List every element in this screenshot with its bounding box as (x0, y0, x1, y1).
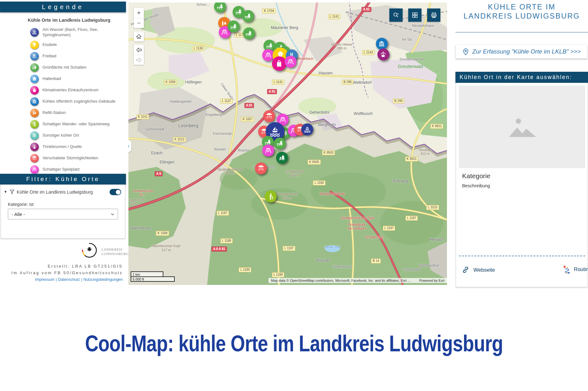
image-placeholder (459, 86, 585, 168)
umbrella-icon (30, 154, 39, 162)
playground-icon (279, 116, 286, 123)
playground-icon (264, 51, 272, 59)
filter-layer-label: Kühle Orte im Landkreis Ludwigsburg (17, 190, 93, 195)
picnic-icon (244, 12, 252, 20)
picnic-icon (235, 8, 242, 15)
landkreis-logo-text: LANDKREISLUDWIGSBURG (101, 247, 129, 256)
playground-icon (221, 28, 228, 36)
website-link[interactable]: Webseite (461, 266, 495, 274)
legend-layer-title: Kühle Orte im Landkreis Ludwigsburg (28, 18, 110, 23)
map-marker-hiker[interactable] (265, 190, 277, 202)
routing-link[interactable]: Routing (562, 264, 588, 274)
footer-link-impressum[interactable]: Impressum (35, 277, 54, 282)
link-separator: | (56, 277, 57, 282)
tree-play-icon (278, 154, 286, 162)
bag-icon (30, 86, 39, 94)
legend-item-label: Schattiger Wander- oder Spazierweg (42, 122, 110, 127)
basemap-gallery-button[interactable] (408, 8, 421, 22)
scalebar: 1 km 5.000 ft (131, 271, 175, 282)
picnic-icon (245, 30, 252, 37)
map-marker-picnic[interactable] (274, 138, 286, 150)
scalebar-imperial: 5.000 ft (131, 276, 175, 282)
legend-header: Legende (0, 2, 126, 12)
legend-item-label: Kühles öffentlich zugängliches Gebäude (42, 99, 116, 104)
map-marker-picnic[interactable] (242, 10, 254, 22)
legend-item-label: Sonstiger kühler Ort (42, 133, 79, 138)
filter-field-label: Kategorie: ist (8, 202, 34, 207)
zoom-out-button[interactable]: − (134, 18, 144, 28)
map-marker-picnic[interactable] (243, 27, 255, 39)
erfassung-link[interactable]: Zur Erfassung "Kühle Orte im LKLB" >>> (456, 45, 587, 59)
footer-link-datenschutz[interactable]: Datenschutz (58, 277, 80, 282)
umbrella-icon (257, 164, 265, 172)
boat-swim-icon (269, 126, 281, 138)
extent-nav-control (134, 45, 144, 65)
sidebar-collapse-tab[interactable]: ‹ (128, 140, 131, 152)
hiker-icon (267, 193, 274, 200)
credit-on-behalf: Im Auftrag vom FB 50/Gesundheitsschutz (11, 270, 123, 275)
boat-swim-icon (303, 126, 311, 133)
arrow-right-icon (136, 58, 142, 62)
boat-swim-icon (30, 28, 39, 37)
legend-item: Verschattete Sitzmöglichkeiten (30, 154, 122, 162)
legend-list: Am Wasser (Bach, Fluss, See, Springbrunn… (30, 27, 122, 196)
bottles-icon (220, 19, 228, 27)
legend-item-label: Eisdiele (42, 42, 57, 48)
map-marker-picnic[interactable] (228, 20, 240, 32)
map-terrain (128, 3, 447, 285)
map-marker-playground[interactable] (285, 56, 297, 68)
footer-link-nutzungsbedingungen[interactable]: Nutzungsbedingungen (83, 277, 123, 282)
picnic-icon (30, 63, 39, 72)
fountain-icon (30, 143, 39, 151)
category-select[interactable]: - Alle - (8, 209, 118, 219)
print-button[interactable] (427, 8, 440, 22)
filter-funnel-icon (9, 189, 15, 195)
bag-icon (274, 59, 284, 68)
chevron-down-icon (110, 212, 115, 216)
zoom-in-button[interactable]: + (134, 8, 144, 18)
previous-extent-button[interactable] (134, 45, 144, 55)
search-button[interactable] (389, 8, 403, 22)
picnic-icon (230, 23, 237, 30)
scalebar-metric: 1 km (131, 271, 163, 276)
home-icon (136, 34, 142, 39)
legend-item-label: Grünfläche mit Schatten (42, 65, 86, 70)
umbrella-icon (265, 112, 273, 120)
map-attribution: Map data © OpenStreetMap contributors, M… (269, 278, 447, 283)
page-title: Cool-Map: kühle Orte im Landkreis Ludwig… (53, 331, 535, 356)
link-separator: | (81, 277, 82, 282)
home-button[interactable] (134, 31, 144, 42)
website-label: Webseite (473, 267, 495, 273)
legend-item: Klimatisiertes Einkaufszentrum (30, 86, 122, 94)
map-marker-umbrella[interactable] (255, 162, 267, 174)
icecream-icon (30, 41, 39, 49)
routing-icon (562, 264, 571, 274)
panel-title: KÜHLE ORTE IM LANDKREIS LUDWIGSBURG (455, 3, 588, 21)
map-marker-playground[interactable] (262, 144, 274, 156)
picnic-icon (276, 139, 284, 147)
routing-label: Routing (574, 266, 588, 272)
link-icon (461, 266, 470, 274)
map-canvas[interactable]: Schoc…Heimerdinger StraßeMaurener BergNe… (128, 3, 447, 285)
map-marker-bag[interactable] (272, 56, 286, 71)
legend-item: Hallenbad (30, 75, 122, 83)
home-control (134, 31, 144, 42)
filter-toggle[interactable] (110, 189, 121, 195)
legend-item: Schattiger Spielplatz (30, 165, 122, 174)
map-marker-fountain[interactable] (377, 48, 389, 60)
category-label: Kategorie (462, 172, 490, 180)
attribution-text: Map data © OpenStreetMap contributors, M… (271, 279, 411, 282)
legend-item: Freibad (30, 52, 122, 60)
filter-title: Filter: Kühle Orte (26, 174, 100, 184)
filter-header: Filter: Kühle Orte (0, 174, 126, 184)
legend-item-label: Refill-Station (42, 110, 66, 116)
map-marker-bank[interactable] (376, 38, 388, 50)
legend-item-label: Verschattete Sitzmöglichkeiten (42, 156, 98, 161)
next-extent-button[interactable] (134, 55, 144, 65)
map-marker-umbrella[interactable] (263, 110, 275, 122)
zoom-control: + − (134, 8, 144, 28)
map-marker-tree-play[interactable] (276, 152, 288, 164)
legend-item: Eisdiele (30, 41, 122, 49)
map-marker-boat-swim[interactable] (301, 123, 313, 135)
collapse-caret-icon[interactable]: ▼ (4, 190, 7, 194)
